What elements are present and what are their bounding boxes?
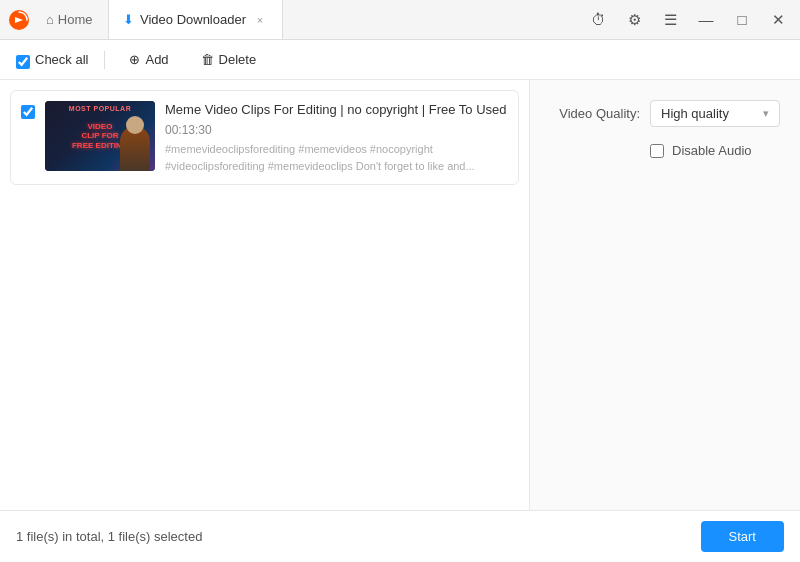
active-tab-label: Video Downloader [140, 12, 246, 27]
status-text: 1 file(s) in total, 1 file(s) selected [16, 529, 202, 544]
settings-button[interactable]: ⚙ [620, 6, 648, 34]
app-icon [8, 9, 30, 31]
disable-audio-row: Disable Audio [550, 143, 780, 158]
video-info: Meme Video Clips For Editing | no copyri… [165, 101, 508, 174]
check-all-checkbox[interactable] [16, 55, 30, 69]
home-tab-label: Home [58, 12, 93, 27]
home-icon: ⌂ [46, 12, 54, 27]
disable-audio-label: Disable Audio [672, 143, 752, 158]
chevron-down-icon: ▾ [763, 107, 769, 120]
main-area: MOST POPULAR VIDEOCLIP FORFREE EDITING M… [0, 80, 800, 510]
video-duration: 00:13:30 [165, 123, 508, 137]
minimize-button[interactable]: — [692, 6, 720, 34]
bottom-bar: 1 file(s) in total, 1 file(s) selected S… [0, 510, 800, 562]
toolbar-separator-1 [104, 51, 105, 69]
add-icon: ⊕ [129, 52, 140, 67]
title-bar-left: ⌂ Home [8, 8, 108, 31]
home-tab[interactable]: ⌂ Home [36, 8, 103, 31]
title-bar-right: ⏱ ⚙ ☰ — □ ✕ [584, 6, 792, 34]
video-item: MOST POPULAR VIDEOCLIP FORFREE EDITING M… [10, 90, 519, 185]
thumb-portrait [120, 126, 150, 171]
download-icon: ⬇ [123, 12, 134, 27]
video-tags: #memevideoclipsforediting #memevideos #n… [165, 141, 508, 174]
close-button[interactable]: ✕ [764, 6, 792, 34]
menu-button[interactable]: ☰ [656, 6, 684, 34]
title-bar: ⌂ Home ⬇ Video Downloader × ⏱ ⚙ ☰ — □ ✕ [0, 0, 800, 40]
video-thumbnail: MOST POPULAR VIDEOCLIP FORFREE EDITING [45, 101, 155, 171]
delete-label: Delete [219, 52, 257, 67]
tab-close-button[interactable]: × [252, 12, 268, 28]
add-label: Add [145, 52, 168, 67]
active-tab[interactable]: ⬇ Video Downloader × [108, 0, 283, 39]
check-all-button[interactable]: Check all [16, 51, 88, 69]
timer-button[interactable]: ⏱ [584, 6, 612, 34]
video-quality-dropdown[interactable]: High quality ▾ [650, 100, 780, 127]
thumb-label: MOST POPULAR [45, 105, 155, 112]
check-all-label: Check all [35, 52, 88, 67]
video-quality-label: Video Quality: [550, 106, 640, 121]
disable-audio-checkbox[interactable] [650, 144, 664, 158]
video-checkbox-1[interactable] [21, 105, 35, 119]
delete-button[interactable]: 🗑 Delete [193, 48, 265, 71]
video-quality-row: Video Quality: High quality ▾ [550, 100, 780, 127]
maximize-button[interactable]: □ [728, 6, 756, 34]
toolbar: Check all ⊕ Add 🗑 Delete [0, 40, 800, 80]
quality-value: High quality [661, 106, 729, 121]
add-button[interactable]: ⊕ Add [121, 48, 176, 71]
settings-panel: Video Quality: High quality ▾ Disable Au… [530, 80, 800, 510]
tabs-area: ⬇ Video Downloader × [108, 0, 584, 39]
delete-icon: 🗑 [201, 52, 214, 67]
video-list-panel: MOST POPULAR VIDEOCLIP FORFREE EDITING M… [0, 80, 530, 510]
start-button[interactable]: Start [701, 521, 784, 552]
video-title: Meme Video Clips For Editing | no copyri… [165, 101, 508, 119]
